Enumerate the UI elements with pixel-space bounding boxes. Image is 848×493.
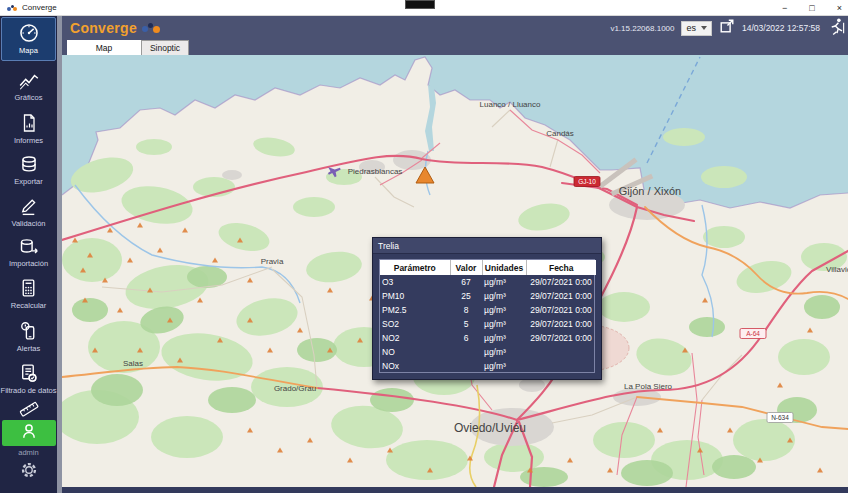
maximize-button[interactable]: □ xyxy=(809,3,814,13)
logout-button[interactable] xyxy=(827,17,846,40)
map-canvas[interactable]: GJ-10A-64N-634 Luanco / LluancoCandásGij… xyxy=(62,55,848,487)
table-row[interactable]: O367µg/m³29/07/2021 0:00 xyxy=(380,275,596,289)
map-label: Salas xyxy=(123,359,143,368)
table-row[interactable]: SO25µg/m³29/07/2021 0:00 xyxy=(380,317,596,331)
param-cell: SO2 xyxy=(380,317,450,331)
column-header-fecha[interactable]: Fecha xyxy=(526,260,596,275)
app-logo-icon xyxy=(7,4,17,12)
unit-cell: µg/m³ xyxy=(482,317,526,331)
app-title: Converge xyxy=(70,20,137,36)
table-row[interactable]: PM1025µg/m³29/07/2021 0:00 xyxy=(380,289,596,303)
sidebar-item-label: Mapa xyxy=(19,46,38,55)
map-label: Villavicio xyxy=(826,265,848,274)
param-cell: PM10 xyxy=(380,289,450,303)
table-row[interactable]: PM2.58µg/m³29/07/2021 0:00 xyxy=(380,303,596,317)
table-row[interactable]: NOxµg/m³ xyxy=(380,359,596,373)
sidebar-item-importacion[interactable]: Importación xyxy=(0,228,57,268)
param-cell: NO xyxy=(380,345,450,359)
language-value: es xyxy=(686,23,696,33)
road-shield: GJ-10 xyxy=(574,177,600,187)
minimize-button[interactable]: − xyxy=(782,3,787,13)
date-cell: 29/07/2021 0:00 xyxy=(526,275,596,289)
line-chart-icon xyxy=(18,71,40,91)
road-shield: A-64 xyxy=(740,329,766,339)
sidebar-item-alertas[interactable]: Alertas xyxy=(0,311,57,353)
gear-icon xyxy=(20,465,38,482)
popup-body: Parámetro Valor Unidades Fecha O367µg/m³… xyxy=(379,259,595,373)
table-row[interactable]: NO26µg/m³29/07/2021 0:00 xyxy=(380,331,596,345)
map-label: Luanco / Lluanco xyxy=(480,100,541,109)
pencil-icon xyxy=(18,196,39,217)
window-title: Converge xyxy=(22,3,57,12)
language-select[interactable]: es xyxy=(681,21,712,36)
value-cell: 5 xyxy=(450,317,482,331)
param-cell: O3 xyxy=(380,275,450,289)
admin-username-label: admin xyxy=(18,448,38,457)
database-import-icon xyxy=(18,237,40,257)
sidebar-item-recalcular[interactable]: Recalcular xyxy=(0,268,57,310)
map-label: Oviedo/Uviéu xyxy=(454,421,526,435)
column-header-parametro[interactable]: Parámetro xyxy=(380,260,450,275)
map-label: Gijón / Xixón xyxy=(619,185,681,197)
unit-cell: µg/m³ xyxy=(482,331,526,345)
value-cell xyxy=(450,345,482,359)
chevron-down-icon xyxy=(701,26,707,30)
view-tabs: Map Sinoptic xyxy=(62,40,848,55)
map-label: Pravia xyxy=(261,257,284,266)
sidebar-item-label: Importación xyxy=(9,259,48,268)
sidebar-item-label: Filtrado de datos xyxy=(1,386,57,395)
unit-cell: µg/m³ xyxy=(482,303,526,317)
unit-cell: µg/m³ xyxy=(482,275,526,289)
phone-alert-icon xyxy=(18,320,39,342)
close-button[interactable]: × xyxy=(837,3,842,13)
user-icon xyxy=(19,421,39,445)
filter-check-icon xyxy=(18,362,39,384)
tab-map[interactable]: Map xyxy=(67,40,141,55)
column-header-valor[interactable]: Valor xyxy=(450,260,482,275)
window-bottom-edge xyxy=(62,487,848,493)
svg-text:A-64: A-64 xyxy=(746,330,760,337)
table-header-row: Parámetro Valor Unidades Fecha xyxy=(380,260,596,275)
station-popup[interactable]: Trelia Parámetro Valor Unidades Fecha O3… xyxy=(372,237,602,380)
sidebar-item-label: Informes xyxy=(14,136,43,145)
sidebar-item-informes[interactable]: Informes xyxy=(0,103,57,145)
sidebar-item-mapa[interactable]: Mapa xyxy=(1,17,56,61)
table-row[interactable]: NOµg/m³ xyxy=(380,345,596,359)
screen-notch xyxy=(405,0,435,9)
converge-app-window: Converge − □ × Mapa Gráficos Informes Ex… xyxy=(0,0,848,493)
database-export-icon xyxy=(18,154,40,175)
sidebar-item-filtrado-de-datos[interactable]: Filtrado de datos xyxy=(0,353,57,395)
ruler-icon xyxy=(17,400,41,418)
value-cell: 6 xyxy=(450,331,482,345)
date-cell: 29/07/2021 0:00 xyxy=(526,317,596,331)
map-label: La Pola Siero xyxy=(624,382,673,391)
sidebar-item-label: Exportar xyxy=(14,177,42,186)
column-header-unidades[interactable]: Unidades xyxy=(482,260,526,275)
settings-button[interactable] xyxy=(20,461,38,483)
sidebar-item-label: Alertas xyxy=(17,344,40,353)
sidebar-item-validacion[interactable]: Validación xyxy=(0,187,57,228)
version-label: v1.15.22068.1000 xyxy=(610,24,674,33)
datetime-label: 14/03/2022 12:57:58 xyxy=(742,23,820,33)
converge-logo-icon xyxy=(142,22,164,34)
date-cell: 29/07/2021 0:00 xyxy=(526,303,596,317)
sidebar-item-tools[interactable] xyxy=(0,395,57,418)
date-cell xyxy=(526,359,596,373)
unit-cell: µg/m³ xyxy=(482,359,526,373)
value-cell: 8 xyxy=(450,303,482,317)
app-topbar: Converge v1.15.22068.1000 es 14/03/2022 … xyxy=(62,16,848,40)
param-cell: NO2 xyxy=(380,331,450,345)
popup-title[interactable]: Trelia xyxy=(373,238,601,254)
gauge-icon xyxy=(18,22,40,44)
date-cell: 29/07/2021 0:00 xyxy=(526,289,596,303)
sidebar-item-label: Validación xyxy=(11,219,45,228)
open-external-button[interactable] xyxy=(719,18,735,38)
svg-text:N-634: N-634 xyxy=(771,414,789,421)
os-titlebar: Converge − □ × xyxy=(0,0,848,16)
unit-cell: µg/m³ xyxy=(482,345,526,359)
value-cell: 25 xyxy=(450,289,482,303)
sidebar-item-graficos[interactable]: Gráficos xyxy=(0,62,57,102)
tab-sinoptic[interactable]: Sinoptic xyxy=(141,40,189,55)
sidebar-item-exportar[interactable]: Exportar xyxy=(0,145,57,186)
sidebar-item-admin[interactable] xyxy=(2,420,56,446)
